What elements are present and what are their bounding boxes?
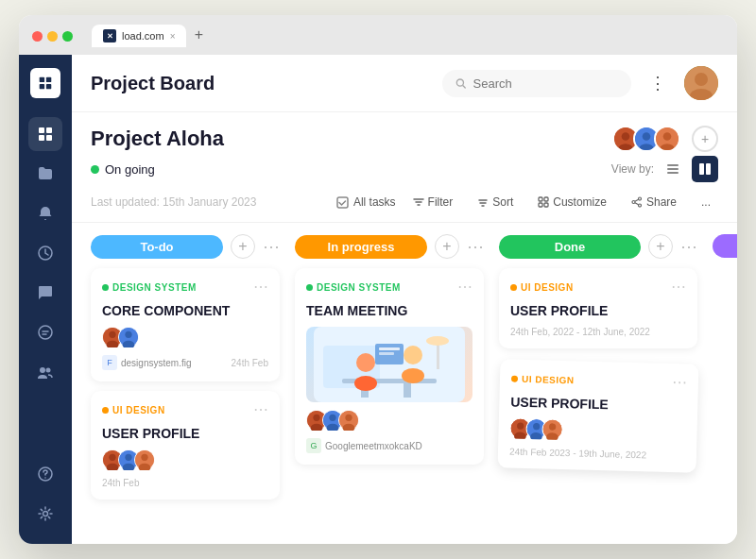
card-avatar-2 bbox=[118, 327, 139, 347]
sidebar-item-notifications[interactable] bbox=[28, 196, 62, 230]
user-avatar[interactable] bbox=[684, 66, 718, 100]
board-view-icon bbox=[697, 161, 713, 177]
more-button[interactable]: ... bbox=[694, 192, 718, 212]
browser-chrome: ✕ load.com × + bbox=[19, 15, 737, 55]
svg-point-40 bbox=[632, 201, 635, 204]
svg-rect-60 bbox=[404, 383, 411, 398]
svg-rect-68 bbox=[379, 347, 400, 350]
sidebar-item-help[interactable] bbox=[28, 457, 62, 491]
card-more-button[interactable]: ⋯ bbox=[253, 402, 268, 417]
cat-dot-icon bbox=[306, 284, 313, 291]
column-todo-more[interactable]: ⋯ bbox=[263, 238, 280, 255]
cat-dot-icon bbox=[102, 284, 109, 291]
svg-rect-3 bbox=[46, 84, 51, 89]
sidebar-item-team[interactable] bbox=[28, 355, 62, 389]
column-todo-label: To-do bbox=[91, 235, 223, 259]
svg-point-48 bbox=[109, 454, 115, 461]
project-member-avatars bbox=[612, 126, 680, 152]
sort-button[interactable]: Sort bbox=[470, 192, 521, 212]
svg-point-77 bbox=[345, 415, 352, 421]
share-button[interactable]: Share bbox=[624, 192, 684, 212]
project-status: On going bbox=[91, 162, 155, 177]
svg-rect-1 bbox=[46, 77, 51, 82]
status-label: On going bbox=[105, 162, 155, 177]
board-view-button[interactable] bbox=[692, 156, 718, 182]
minimize-button[interactable] bbox=[47, 31, 58, 42]
app-layout: Project Board ⋮ bbox=[19, 55, 737, 544]
card-date: 24th Feb bbox=[232, 358, 268, 368]
card-category-label: UI DESIGN bbox=[510, 282, 574, 293]
search-input[interactable] bbox=[473, 76, 618, 91]
card-footer: 24th Feb bbox=[102, 478, 268, 488]
logo-icon bbox=[37, 75, 54, 92]
svg-point-14 bbox=[43, 512, 48, 517]
page-title: Project Board bbox=[91, 73, 431, 94]
more-options-button[interactable]: ⋮ bbox=[643, 68, 673, 98]
close-button[interactable] bbox=[32, 31, 43, 42]
share-label: Share bbox=[646, 195, 677, 209]
card-avatars bbox=[306, 410, 472, 431]
column-done-more[interactable]: ⋯ bbox=[680, 238, 697, 255]
column-inprogress-add[interactable]: + bbox=[435, 234, 459, 259]
column-todo-add[interactable]: + bbox=[231, 234, 255, 259]
card-date: 24th Feb 2023 - 19th June, 2022 bbox=[509, 447, 646, 461]
column-done-add[interactable]: + bbox=[648, 234, 673, 259]
svg-point-63 bbox=[404, 346, 422, 364]
card-avatars bbox=[102, 449, 268, 470]
column-inprogress-more[interactable]: ⋯ bbox=[467, 238, 484, 255]
card-title: CORE COMPONENT bbox=[102, 302, 268, 319]
column-done-label: Done bbox=[499, 235, 641, 259]
customize-button[interactable]: Customize bbox=[530, 192, 614, 212]
filter-icon bbox=[413, 196, 424, 208]
column-need-partial: Nee bbox=[713, 234, 737, 533]
card-footer: 24th Feb, 2022 - 12th June, 2022 bbox=[510, 327, 686, 337]
comment-icon bbox=[37, 324, 54, 341]
card-more-button[interactable]: ⋯ bbox=[671, 280, 686, 295]
sidebar-item-folder[interactable] bbox=[28, 157, 62, 191]
card-more-button[interactable]: ⋯ bbox=[253, 280, 268, 295]
share-icon bbox=[631, 196, 643, 208]
svg-point-64 bbox=[402, 368, 424, 383]
filter-button[interactable]: Filter bbox=[405, 192, 461, 212]
card-core-component: DESIGN SYSTEM ⋯ CORE COMPONENT bbox=[91, 268, 280, 381]
fullscreen-button[interactable] bbox=[62, 31, 73, 42]
sidebar-item-settings[interactable] bbox=[28, 497, 62, 531]
card-illustration bbox=[306, 327, 472, 402]
svg-point-23 bbox=[643, 132, 651, 141]
browser-tab[interactable]: ✕ load.com × bbox=[92, 25, 186, 47]
sidebar-item-chat[interactable] bbox=[28, 276, 62, 310]
sidebar-item-comments[interactable] bbox=[28, 315, 62, 349]
svg-rect-6 bbox=[39, 135, 44, 141]
svg-point-11 bbox=[46, 368, 51, 373]
list-view-icon bbox=[665, 161, 680, 177]
svg-point-17 bbox=[695, 73, 708, 86]
svg-point-71 bbox=[313, 415, 319, 421]
svg-point-61 bbox=[356, 353, 375, 372]
card-avatar-3 bbox=[541, 419, 563, 441]
svg-point-74 bbox=[329, 415, 335, 421]
view-by-label: View by: bbox=[611, 162, 654, 176]
svg-rect-31 bbox=[699, 163, 704, 175]
card-more-button[interactable]: ⋯ bbox=[672, 375, 687, 390]
tab-close-icon[interactable]: × bbox=[170, 31, 176, 42]
add-member-button[interactable]: + bbox=[692, 126, 718, 152]
column-need-label: Nee bbox=[713, 234, 737, 258]
sidebar-logo[interactable] bbox=[30, 68, 60, 98]
search-bar[interactable] bbox=[442, 70, 631, 97]
googlemeet-icon: G bbox=[306, 438, 321, 453]
tab-favicon: ✕ bbox=[103, 29, 116, 42]
card-file: G GooglemeetmxokcaKD bbox=[306, 438, 422, 453]
svg-rect-4 bbox=[39, 127, 44, 133]
list-view-button[interactable] bbox=[660, 156, 686, 182]
svg-rect-32 bbox=[706, 163, 711, 175]
card-more-button[interactable]: ⋯ bbox=[457, 280, 472, 295]
card-user-profile-done-2: UI DESIGN ⋯ USER PROFILE bbox=[498, 359, 699, 473]
sidebar-item-dashboard[interactable] bbox=[28, 117, 62, 151]
card-user-profile-done-1: UI DESIGN ⋯ USER PROFILE 24th Feb, 2022 … bbox=[499, 268, 697, 348]
new-tab-button[interactable]: + bbox=[188, 25, 209, 45]
checkbox-icon bbox=[336, 196, 349, 209]
sidebar-item-clock[interactable] bbox=[28, 236, 62, 270]
all-tasks-button[interactable]: All tasks bbox=[336, 195, 396, 209]
dashboard-icon bbox=[37, 126, 54, 143]
all-tasks-label: All tasks bbox=[353, 195, 396, 209]
